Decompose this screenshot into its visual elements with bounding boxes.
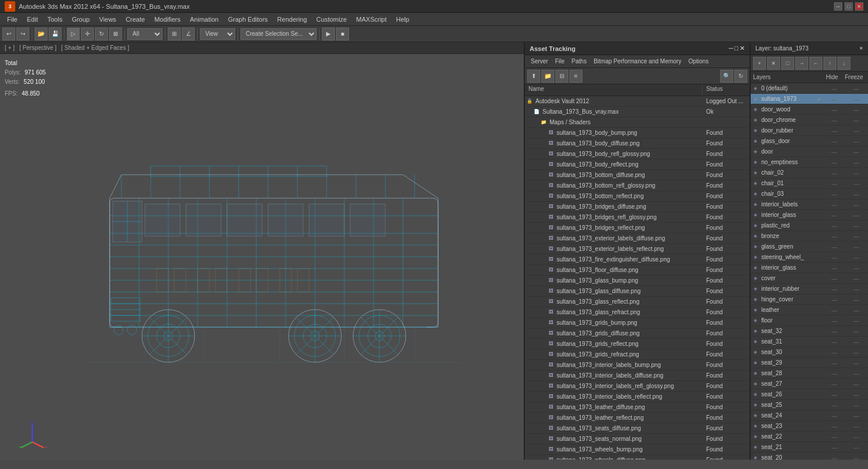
layer-row[interactable]: ◈ seat_27 — —	[751, 379, 868, 389]
asset-row[interactable]: 🖼 sultana_1973_leather_reflect.png Found	[525, 413, 750, 423]
asset-row[interactable]: 🖼 sultana_1973_body_diffuse.png Found	[525, 138, 750, 149]
layer-freeze-dash[interactable]: —	[845, 423, 868, 430]
layers-list[interactable]: ◈ 0 (default) — — ◈ sultana_1973 ✓ — — ◈…	[751, 83, 868, 460]
viewport-plus[interactable]: [ + ]	[5, 45, 15, 51]
asset-row[interactable]: 🖼 sultana_1973_wheels_diffuse.png Found	[525, 455, 750, 460]
layer-freeze-dash[interactable]: —	[845, 296, 868, 303]
asset-menu-bitmap[interactable]: Bitmap Performance and Memory	[590, 57, 685, 66]
asset-row[interactable]: 🖼 sultana_1973_seats_normal.png Found	[525, 434, 750, 444]
layer-row[interactable]: ◈ floor — —	[751, 315, 868, 326]
layers-move-right-btn[interactable]: →	[795, 57, 808, 70]
layers-move-down-btn[interactable]: ↓	[838, 57, 850, 70]
asset-row[interactable]: 🖼 sultana_1973_bridges_reflect.png Found	[525, 223, 750, 233]
layer-freeze-dash[interactable]: —	[845, 317, 868, 324]
layer-hide-dash[interactable]: —	[824, 106, 845, 113]
minimize-button[interactable]: ─	[834, 2, 842, 11]
layer-freeze-dash[interactable]: —	[845, 328, 868, 335]
asset-minimize-button[interactable]: ─	[729, 45, 734, 52]
viewport-shading[interactable]: [ Shaded + Edged Faces ]	[61, 45, 129, 51]
asset-toolbar-search[interactable]: 🔍	[720, 70, 733, 83]
toolbar-move[interactable]: ✛	[81, 28, 94, 40]
layer-row[interactable]: ◈ seat_21 — —	[751, 442, 868, 453]
layer-row[interactable]: ◈ seat_26 — —	[751, 389, 868, 400]
layer-freeze-dash[interactable]: —	[845, 349, 868, 356]
layer-freeze-dash[interactable]: —	[845, 391, 868, 398]
layer-freeze-dash[interactable]: —	[845, 212, 868, 219]
layer-row[interactable]: ◈ seat_29 — —	[751, 358, 868, 368]
toolbar-undo[interactable]: ↩	[2, 28, 15, 40]
asset-menu-server[interactable]: Server	[527, 57, 551, 66]
layer-hide-dash[interactable]: —	[824, 380, 845, 388]
asset-row[interactable]: 🖼 sultana_1973_body_bump.png Found	[525, 128, 750, 138]
layer-row[interactable]: ◈ seat_23 — —	[751, 421, 868, 431]
toolbar-redo[interactable]: ↪	[16, 28, 29, 40]
layer-hide-dash[interactable]: —	[824, 402, 845, 409]
layer-hide-dash[interactable]: —	[824, 391, 845, 398]
layer-row[interactable]: ◈ interior_glass — —	[751, 210, 868, 220]
asset-row[interactable]: 🖼 sultana_1973_exterior_labels_reflect.p…	[525, 244, 750, 254]
menu-rendering[interactable]: Rendering	[273, 15, 312, 24]
layer-row[interactable]: ◈ hinge_cover — —	[751, 294, 868, 305]
layer-hide-dash[interactable]: —	[824, 233, 845, 240]
layer-hide-dash[interactable]: —	[824, 127, 845, 134]
layer-row[interactable]: ◈ seat_24 — —	[751, 410, 868, 421]
layer-freeze-dash[interactable]: —	[845, 370, 868, 377]
layer-hide-dash[interactable]: —	[824, 328, 845, 335]
layer-freeze-dash[interactable]: —	[845, 307, 868, 314]
layer-hide-dash[interactable]: —	[824, 85, 845, 92]
close-button[interactable]: ✕	[855, 2, 863, 11]
asset-toolbar-btn3[interactable]: ⊟	[555, 70, 568, 83]
layer-hide-dash[interactable]: —	[824, 201, 845, 208]
toolbar-play[interactable]: ▶	[322, 28, 335, 40]
layer-freeze-dash[interactable]: —	[845, 454, 868, 460]
menu-graph-editors[interactable]: Graph Editors	[223, 15, 273, 24]
asset-row[interactable]: 🖼 sultana_1973_leather_diffuse.png Found	[525, 402, 750, 413]
asset-row[interactable]: 🖼 sultana_1973_glass_refract.png Found	[525, 307, 750, 318]
layers-select-btn[interactable]: □	[781, 57, 794, 70]
layer-hide-dash[interactable]: —	[824, 180, 845, 187]
layer-row[interactable]: ◈ 0 (default) — —	[751, 83, 868, 94]
asset-row[interactable]: 🖼 sultana_1973_glass_diffuse.png Found	[525, 286, 750, 297]
asset-row[interactable]: 🖼 sultana_1973_glass_reflect.png Found	[525, 297, 750, 307]
filter-dropdown[interactable]: All	[127, 28, 162, 40]
asset-row[interactable]: 🖼 sultana_1973_interior_labels_bump.png …	[525, 360, 750, 371]
layer-hide-dash[interactable]: —	[824, 370, 845, 377]
layer-row[interactable]: ◈ seat_32 — —	[751, 326, 868, 337]
layer-freeze-dash[interactable]: —	[845, 243, 868, 250]
toolbar-snap[interactable]: ⊞	[168, 28, 181, 40]
asset-row[interactable]: 🖼 sultana_1973_bridges_diffuse.png Found	[525, 202, 750, 212]
layer-freeze-dash[interactable]: —	[845, 233, 868, 240]
layer-hide-dash[interactable]: —	[824, 423, 845, 430]
asset-row[interactable]: 🖼 sultana_1973_body_reflect.png Found	[525, 159, 750, 170]
layer-row[interactable]: ◈ chair_03 — —	[751, 189, 868, 199]
layer-row[interactable]: ◈ seat_22 — —	[751, 431, 868, 442]
layer-hide-dash[interactable]: —	[824, 254, 845, 261]
toolbar-save[interactable]: 💾	[49, 28, 62, 40]
toolbar-angle-snap[interactable]: ∠	[182, 28, 195, 40]
layer-row[interactable]: ◈ steering_wheel_ — —	[751, 252, 868, 263]
layers-add-btn[interactable]: +	[753, 57, 766, 70]
asset-row[interactable]: 🖼 sultana_1973_glass_bump.png Found	[525, 276, 750, 286]
layer-hide-dash[interactable]: —	[824, 338, 845, 345]
asset-row[interactable]: 📄 Sultana_1973_Bus_vray.max Ok	[525, 107, 750, 117]
layers-close-button[interactable]: ✕	[859, 46, 863, 51]
asset-toolbar-btn4[interactable]: ≡	[569, 70, 582, 83]
layer-hide-dash[interactable]: —	[824, 275, 845, 282]
layer-freeze-dash[interactable]: —	[845, 106, 868, 113]
layers-move-left-btn[interactable]: ←	[809, 57, 822, 70]
layer-hide-dash[interactable]: —	[824, 148, 845, 155]
viewport[interactable]: [ + ] [ Perspective ] [ Shaded + Edged F…	[0, 42, 525, 460]
layer-hide-dash[interactable]: —	[824, 138, 845, 145]
layer-freeze-dash[interactable]: —	[845, 138, 868, 145]
asset-menu-paths[interactable]: Paths	[568, 57, 591, 66]
asset-toolbar-refresh[interactable]: ↻	[734, 70, 747, 83]
menu-edit[interactable]: Edit	[22, 15, 43, 24]
layer-freeze-dash[interactable]: —	[845, 117, 868, 124]
layer-hide-dash[interactable]: —	[824, 286, 845, 293]
layer-row[interactable]: ◈ seat_31 — —	[751, 337, 868, 347]
asset-row[interactable]: 📁 Maps / Shaders	[525, 117, 750, 128]
menu-create[interactable]: Create	[121, 15, 150, 24]
layer-freeze-dash[interactable]: —	[845, 412, 868, 419]
layer-row[interactable]: ◈ seat_25 — —	[751, 400, 868, 410]
asset-row[interactable]: 🖼 sultana_1973_bridges_refl_glossy.png F…	[525, 212, 750, 223]
